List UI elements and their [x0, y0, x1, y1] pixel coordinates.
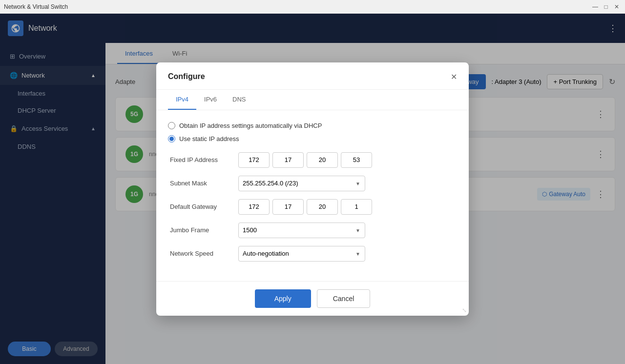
fixed-ip-octet-4[interactable]	[341, 152, 372, 168]
jumbo-frame-select[interactable]: 1500 4074 7418 9000	[238, 222, 365, 238]
network-speed-wrapper: Auto-negotiation 10 Mbps Full-Duplex 100…	[238, 246, 365, 262]
close-button[interactable]: ✕	[612, 2, 621, 11]
radio-static-label: Use static IP address	[179, 135, 239, 142]
dialog-tab-bar: IPv4 IPv6 DNS	[156, 90, 469, 110]
fixed-ip-octet-1[interactable]	[238, 152, 270, 168]
default-gateway-label: Default Gateway	[170, 203, 238, 210]
jumbo-frame-label: Jumbo Frame	[170, 226, 238, 234]
fixed-ip-controls	[238, 152, 372, 168]
dialog-close-button[interactable]: ✕	[451, 72, 457, 81]
radio-dhcp-label: Obtain IP address settings automatically…	[179, 122, 322, 129]
fixed-ip-row: Fixed IP Address	[170, 152, 457, 168]
dialog-tab-ipv6[interactable]: IPv6	[196, 90, 225, 110]
titlebar-controls: — □ ✕	[591, 2, 621, 11]
radio-group: Obtain IP address settings automatically…	[168, 122, 457, 142]
titlebar-title: Network & Virtual Switch	[4, 3, 68, 10]
default-gateway-row: Default Gateway	[170, 199, 457, 215]
radio-dhcp-row[interactable]: Obtain IP address settings automatically…	[168, 122, 457, 129]
network-speed-row: Network Speed Auto-negotiation 10 Mbps F…	[170, 246, 457, 262]
jumbo-frame-row: Jumbo Frame 1500 4074 7418 9000	[170, 222, 457, 238]
subnet-mask-select[interactable]: 255.255.254.0 (/23) 255.255.255.0 (/24) …	[238, 176, 365, 191]
gateway-octet-1[interactable]	[238, 199, 270, 215]
subnet-mask-label: Subnet Mask	[170, 180, 238, 187]
dialog-title: Configure	[168, 72, 205, 81]
network-speed-label: Network Speed	[170, 250, 238, 257]
titlebar: Network & Virtual Switch — □ ✕	[0, 0, 625, 14]
form-grid: Fixed IP Address Subnet Mask 255.255.254…	[168, 152, 457, 262]
gateway-octet-3[interactable]	[307, 199, 338, 215]
restore-button[interactable]: □	[602, 2, 610, 11]
radio-dhcp[interactable]	[168, 122, 175, 129]
jumbo-frame-wrapper: 1500 4074 7418 9000	[238, 222, 365, 238]
dialog-body: Obtain IP address settings automatically…	[156, 110, 469, 281]
fixed-ip-octet-2[interactable]	[272, 152, 304, 168]
dialog-tab-dns[interactable]: DNS	[225, 90, 253, 110]
gateway-octet-4[interactable]	[341, 199, 372, 215]
network-speed-select[interactable]: Auto-negotiation 10 Mbps Full-Duplex 100…	[238, 246, 365, 262]
subnet-mask-row: Subnet Mask 255.255.254.0 (/23) 255.255.…	[170, 176, 457, 191]
minimize-button[interactable]: —	[591, 2, 600, 11]
subnet-mask-wrapper: 255.255.254.0 (/23) 255.255.255.0 (/24) …	[238, 176, 365, 191]
radio-static-row[interactable]: Use static IP address	[168, 135, 457, 142]
fixed-ip-label: Fixed IP Address	[170, 156, 238, 163]
configure-dialog: Configure ✕ IPv4 IPv6 DNS Obtain IP addr…	[156, 62, 469, 316]
apply-button[interactable]: Apply	[255, 289, 311, 308]
cancel-button[interactable]: Cancel	[317, 289, 371, 308]
resize-handle[interactable]: ⤡	[462, 307, 467, 314]
radio-static[interactable]	[168, 135, 175, 142]
dialog-tab-ipv4[interactable]: IPv4	[168, 90, 196, 110]
dialog-footer: Apply Cancel	[156, 281, 469, 316]
overlay: Configure ✕ IPv4 IPv6 DNS Obtain IP addr…	[0, 14, 625, 364]
gateway-octet-2[interactable]	[272, 199, 304, 215]
dialog-header: Configure ✕	[156, 62, 469, 90]
default-gateway-controls	[238, 199, 372, 215]
fixed-ip-octet-3[interactable]	[307, 152, 338, 168]
